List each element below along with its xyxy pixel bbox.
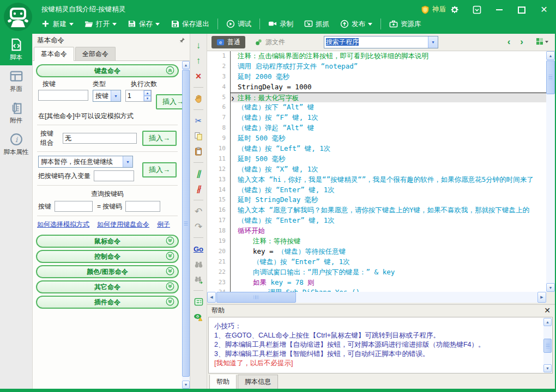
code-editor[interactable]: 1注释：点击编辑界面的注释按钮，即可看到比较详细的脚本说明2调用 启动程序或打开… bbox=[207, 51, 546, 292]
redo-icon[interactable]: ↷ bbox=[192, 220, 204, 232]
code-line-10[interactable]: 10（键盘）按 “Left” 键, 1次 bbox=[207, 144, 546, 154]
delete-line-icon[interactable]: × bbox=[192, 70, 204, 82]
code-line-18[interactable]: 18循环开始 bbox=[207, 226, 546, 236]
insert-combo-button[interactable]: 插入→ bbox=[142, 131, 177, 146]
toolbar-button-publish[interactable]: 发布 bbox=[335, 20, 378, 29]
paste-icon[interactable] bbox=[192, 145, 204, 157]
next-subroutine-button[interactable]: › bbox=[520, 36, 523, 47]
form-editor-icon[interactable] bbox=[192, 296, 204, 308]
code-line-21[interactable]: 21（键盘）按 “Enter” 键, 1次 bbox=[207, 257, 546, 267]
key-combo-input[interactable] bbox=[63, 133, 137, 144]
toolbar-button-open[interactable]: 打开 bbox=[79, 20, 122, 29]
tab-help[interactable]: 帮助 bbox=[209, 375, 237, 389]
maximize-button[interactable] bbox=[517, 5, 526, 14]
mode-tab-source[interactable]: 源文件 bbox=[250, 36, 290, 48]
code-line-23[interactable]: 23如果 key = 78 则 bbox=[207, 278, 546, 288]
shield-button[interactable]: 神盾 bbox=[421, 5, 446, 14]
toolbar-button-save[interactable]: 保存 bbox=[122, 20, 165, 29]
find-icon[interactable] bbox=[192, 258, 204, 270]
code-line-20[interactable]: 20key = （键盘）等待按任意键 bbox=[207, 247, 546, 257]
code-line-5[interactable]: 5注释：最大化写字板❯ bbox=[207, 93, 546, 103]
sidebar-item-attachment[interactable]: 附件 bbox=[0, 97, 32, 128]
code-line-4[interactable]: 4StringDelay = 1000 bbox=[207, 82, 546, 93]
mode-tab-normal[interactable]: e 普通 bbox=[211, 36, 245, 48]
search-subroutine-combo[interactable]: 搜索子程序 ▼ bbox=[324, 36, 438, 48]
key-input[interactable] bbox=[38, 90, 88, 101]
toolbar-button-record[interactable]: 录制 bbox=[263, 20, 299, 29]
code-line-19[interactable]: 19注释：等待按键 bbox=[207, 236, 546, 247]
toolbar-button-library[interactable]: 资源库 bbox=[384, 20, 427, 29]
code-line-13[interactable]: 13输入文本 “hi，你好，我是“”按键精灵“”，我是个很有趣的软件，如果你愿意… bbox=[207, 175, 546, 185]
sidebar-item-script[interactable]: 脚本 bbox=[0, 34, 32, 65]
panel-scrollbar[interactable]: ▲ ▼ bbox=[182, 61, 190, 389]
code-line-16[interactable]: 16输入文本 “愿意了解我吗？如果愿意，请你按下键盘上的Y键，如果不喜欢我，那就… bbox=[207, 205, 546, 216]
query-key-input[interactable] bbox=[55, 201, 93, 212]
copy-icon[interactable] bbox=[192, 130, 204, 142]
command-section-collapsed-2[interactable]: 颜色/图形命令 bbox=[36, 265, 179, 278]
count-input[interactable] bbox=[126, 90, 143, 101]
code-line-8[interactable]: 8（键盘）弹起 “Alt” 键 bbox=[207, 123, 546, 133]
code-line-2[interactable]: 2调用 启动程序或打开文件 “notepad” bbox=[207, 62, 546, 72]
cut-icon[interactable]: ✂ bbox=[192, 115, 204, 127]
goto-icon[interactable]: Go bbox=[192, 243, 204, 255]
toolbar-button-capture[interactable]: 抓抓 bbox=[299, 20, 335, 29]
pause-mode-select[interactable]: 脚本暂停，按任意键继续 ▼ bbox=[38, 156, 133, 168]
sidebar-item-script-properties[interactable]: i脚本属性 bbox=[0, 128, 32, 160]
code-line-3[interactable]: 3延时 2000 毫秒 bbox=[207, 72, 546, 82]
window-menu-button[interactable] bbox=[473, 5, 481, 14]
command-section-collapsed-3[interactable]: 其它命令 bbox=[36, 280, 179, 293]
count-up-icon[interactable]: ▲ bbox=[144, 90, 151, 96]
find-next-icon[interactable] bbox=[192, 273, 204, 285]
app-logo-icon[interactable] bbox=[3, 2, 33, 32]
scroll-down-icon[interactable]: ▼ bbox=[182, 381, 190, 389]
scroll-right-icon[interactable]: ▶ bbox=[537, 292, 546, 303]
code-line-11[interactable]: 11延时 500 毫秒 bbox=[207, 154, 546, 164]
toolbar-button-debug[interactable]: 调试 bbox=[221, 20, 257, 29]
close-button[interactable]: ✕ bbox=[540, 5, 548, 14]
syntax-check-icon[interactable] bbox=[192, 311, 204, 323]
scroll-down-icon[interactable]: ▼ bbox=[546, 283, 555, 292]
comment-icon[interactable]: ∥ bbox=[192, 168, 204, 180]
keyboard-help-link-2[interactable]: 例子 bbox=[157, 220, 170, 229]
store-variable-input[interactable] bbox=[94, 170, 134, 181]
help-scrollbar[interactable]: ▲ ▼ bbox=[543, 318, 552, 372]
tab-script-info[interactable]: 脚本信息 bbox=[238, 375, 278, 389]
dismiss-tips-link[interactable]: [我知道了，以后不必提示] bbox=[214, 359, 541, 368]
editor-horizontal-scrollbar[interactable]: ◀ ▶ bbox=[207, 292, 546, 303]
repeat-count-stepper[interactable]: ▲▼ bbox=[125, 90, 152, 102]
scroll-left-icon[interactable]: ◀ bbox=[207, 292, 216, 303]
command-section-collapsed-1[interactable]: 控制命令 bbox=[36, 250, 179, 263]
code-line-7[interactable]: 7（键盘）按 “F” 键, 1次 bbox=[207, 113, 546, 123]
editor-vertical-scrollbar[interactable]: ▲ ▼ bbox=[546, 51, 555, 292]
undo-icon[interactable]: ↶ bbox=[192, 205, 204, 217]
keyboard-help-link-1[interactable]: 如何使用键盘命令 bbox=[97, 220, 149, 229]
scroll-up-icon[interactable]: ▲ bbox=[182, 61, 190, 69]
scroll-down-icon[interactable]: ▼ bbox=[543, 364, 552, 372]
uncomment-icon[interactable]: ∦ bbox=[192, 183, 204, 195]
drag-hand-icon[interactable] bbox=[192, 93, 204, 105]
toolbar-button-save-exit[interactable]: 保存退出 bbox=[165, 20, 215, 29]
query-code-input[interactable] bbox=[125, 201, 160, 212]
tab-basic-commands[interactable]: 基本命令 bbox=[34, 47, 74, 61]
count-down-icon[interactable]: ▼ bbox=[144, 96, 151, 101]
code-line-17[interactable]: 17（键盘）按 “Enter” 键, 1次 bbox=[207, 216, 546, 226]
prev-subroutine-button[interactable]: ‹ bbox=[507, 36, 511, 47]
code-line-12[interactable]: 12（键盘）按 “X” 键, 1次 bbox=[207, 164, 546, 175]
pin-icon[interactable] bbox=[179, 37, 185, 44]
scroll-up-icon[interactable]: ▲ bbox=[543, 318, 552, 326]
command-section-collapsed-0[interactable]: 鼠标命令 bbox=[36, 235, 179, 248]
move-line-up-icon[interactable]: ↑ bbox=[192, 55, 204, 67]
minimize-button[interactable] bbox=[495, 5, 504, 14]
layout-grid-button[interactable] bbox=[536, 38, 548, 45]
tab-all-commands[interactable]: 全部命令 bbox=[75, 47, 116, 60]
code-line-22[interactable]: 22向调试窗口输出：“用户按下的键是：” & key bbox=[207, 267, 546, 278]
keyboard-help-link-0[interactable]: 如何选择模拟方式 bbox=[37, 220, 89, 229]
sidebar-item-ui[interactable]: 界面 bbox=[0, 65, 32, 97]
command-section-collapsed-4[interactable]: 插件命令 bbox=[36, 296, 179, 309]
key-type-select[interactable]: 按键 ▼ bbox=[93, 90, 121, 102]
move-line-down-icon[interactable]: ↓ bbox=[192, 40, 204, 52]
toolbar-button-new[interactable]: 新建 bbox=[36, 20, 79, 29]
insert-pause-button[interactable]: 插入→ bbox=[142, 162, 177, 177]
code-line-15[interactable]: 15延时 StringDelay 毫秒 bbox=[207, 195, 546, 205]
code-line-6[interactable]: 6（键盘）按下 “Alt” 键 bbox=[207, 102, 546, 113]
